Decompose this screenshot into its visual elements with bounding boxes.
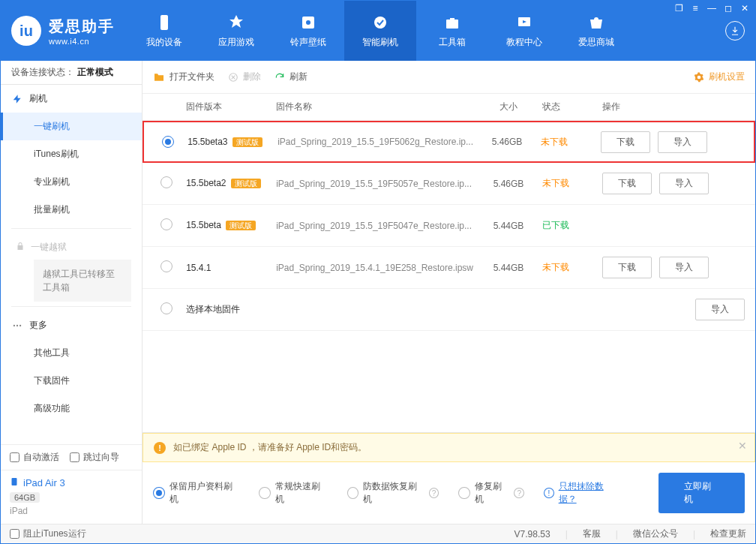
download-button[interactable]: 下载 <box>602 173 652 194</box>
help-icon[interactable]: ? <box>514 488 524 498</box>
firmware-size: 5.44GB <box>475 263 542 273</box>
firmware-row[interactable]: 15.5beta3测试版 iPad_Spring_2019_15.5_19F50… <box>142 121 755 163</box>
lock-icon <box>16 242 25 253</box>
content: 打开文件夹 删除 刷新 刷机设置 固件版本 固件名称 大小 状态 操作 <box>142 61 755 524</box>
erase-hint[interactable]: !只想抹除数据？ <box>544 480 620 506</box>
device-name: iPad Air 3 <box>23 477 65 488</box>
skip-guide-checkbox[interactable]: 跳过向导 <box>70 451 119 464</box>
nav-device[interactable]: 我的设备 <box>128 1 200 61</box>
nav-label: 工具箱 <box>439 36 466 49</box>
firmware-row[interactable]: 15.5beta2测试版 iPad_Spring_2019_15.5_19F50… <box>142 163 755 205</box>
info-icon: ! <box>544 488 554 498</box>
flash-option-keepdata[interactable]: 保留用户资料刷机 <box>153 480 239 506</box>
firmware-name: iPad_Spring_2019_15.5_19F5047e_Restore.i… <box>276 221 475 231</box>
nav-apps[interactable]: 应用游戏 <box>200 1 272 61</box>
sidebar-item[interactable]: 高级功能 <box>1 395 142 422</box>
sidebar-group-more[interactable]: 更多 <box>1 311 142 339</box>
auto-activate-checkbox[interactable]: 自动激活 <box>10 451 59 464</box>
sidebar-item[interactable]: 批量刷机 <box>1 196 142 224</box>
nav-store[interactable]: 爱思商城 <box>560 1 632 61</box>
flash-option-repair[interactable]: 修复刷机? <box>458 480 524 506</box>
status-link-support[interactable]: 客服 <box>583 527 601 540</box>
sidebar-group-label: 刷机 <box>29 92 47 105</box>
import-button[interactable]: 导入 <box>659 257 709 278</box>
wc-menu-icon[interactable]: ≡ <box>690 3 700 14</box>
radio[interactable] <box>160 218 172 230</box>
radio[interactable] <box>160 176 172 188</box>
table-header: 固件版本 固件名称 大小 状态 操作 <box>142 94 755 121</box>
svg-rect-3 <box>446 20 458 29</box>
import-button[interactable]: 导入 <box>659 173 709 194</box>
sidebar-item[interactable]: 专业刷机 <box>1 168 142 196</box>
flash-settings-button[interactable]: 刷机设置 <box>694 71 745 83</box>
radio[interactable] <box>162 136 174 148</box>
firmware-status: 未下载 <box>541 136 601 149</box>
alert-close-icon[interactable]: ✕ <box>738 440 747 452</box>
sidebar-item[interactable]: 其他工具 <box>1 339 142 367</box>
nav-tools[interactable]: 工具箱 <box>416 1 488 61</box>
delete-button[interactable]: 删除 <box>228 71 261 83</box>
local-firmware-row[interactable]: 选择本地固件 导入 <box>142 289 755 331</box>
flash-option-normal[interactable]: 常规快速刷机 <box>259 480 328 506</box>
wc-skin-icon[interactable]: ❐ <box>674 3 684 14</box>
wc-max-icon[interactable]: ◻ <box>723 3 734 14</box>
open-folder-button[interactable]: 打开文件夹 <box>153 71 214 83</box>
sidebar-group-label: 更多 <box>29 319 47 332</box>
app-title: 爱思助手 <box>49 17 115 37</box>
radio[interactable] <box>160 302 172 314</box>
refresh-button[interactable]: 刷新 <box>274 71 308 83</box>
nav-ring[interactable]: 铃声壁纸 <box>272 1 344 61</box>
firmware-row[interactable]: 15.5beta测试版 iPad_Spring_2019_15.5_19F504… <box>142 205 755 247</box>
firmware-version: 15.5beta2测试版 <box>186 178 276 189</box>
option-label: 防数据恢复刷机 <box>363 480 424 506</box>
radio[interactable] <box>153 487 165 499</box>
connection-status: 设备连接状态： 正常模式 <box>1 61 142 85</box>
more-icon <box>11 320 23 332</box>
logo-area: iu 爱思助手 www.i4.cn <box>1 1 128 61</box>
nav-label: 教程中心 <box>506 36 542 49</box>
status-link-wechat[interactable]: 微信公众号 <box>633 527 678 540</box>
svg-point-6 <box>16 324 18 326</box>
sidebar-item[interactable]: iTunes刷机 <box>1 140 142 168</box>
nav-flash[interactable]: 智能刷机 <box>344 1 416 61</box>
option-label: 常规快速刷机 <box>275 480 328 506</box>
download-button[interactable]: 下载 <box>601 131 650 153</box>
block-itunes-checkbox[interactable]: 阻止iTunes运行 <box>10 527 86 540</box>
device-icon <box>10 476 19 489</box>
firmware-row[interactable]: 15.4.1 iPad_Spring_2019_15.4.1_19E258_Re… <box>142 247 755 289</box>
store-icon <box>587 14 605 32</box>
local-firmware-label: 选择本地固件 <box>186 303 602 316</box>
nav-label: 智能刷机 <box>362 36 398 49</box>
app-url: www.i4.cn <box>49 37 115 46</box>
status-link-update[interactable]: 检查更新 <box>710 527 746 540</box>
flash-now-button[interactable]: 立即刷机 <box>658 473 745 513</box>
radio[interactable] <box>259 487 271 499</box>
sidebar-group-flash[interactable]: 刷机 <box>1 85 142 113</box>
svg-rect-0 <box>160 15 168 30</box>
download-button[interactable]: 下载 <box>602 257 652 278</box>
sidebar-item[interactable]: 下载固件 <box>1 367 142 395</box>
import-button[interactable]: 导入 <box>658 131 707 153</box>
nav-tutorial[interactable]: 教程中心 <box>488 1 560 61</box>
option-label: 修复刷机 <box>475 480 509 506</box>
app-header: iu 爱思助手 www.i4.cn 我的设备应用游戏铃声壁纸智能刷机工具箱教程中… <box>1 1 755 61</box>
wc-min-icon[interactable]: — <box>706 3 717 14</box>
jailbreak-note: 越狱工具已转移至工具箱 <box>34 260 131 302</box>
device-info[interactable]: iPad Air 3 64GB iPad <box>1 470 142 524</box>
nav-label: 爱思商城 <box>578 36 614 49</box>
flash-options: 保留用户资料刷机常规快速刷机防数据恢复刷机?修复刷机?!只想抹除数据？立即刷机 <box>142 462 755 524</box>
help-icon[interactable]: ? <box>429 488 440 498</box>
wc-close-icon[interactable]: ✕ <box>740 3 750 14</box>
firmware-name: iPad_Spring_2019_15.5_19F5057e_Restore.i… <box>276 179 475 189</box>
beta-tag: 测试版 <box>226 221 256 230</box>
radio[interactable] <box>347 487 359 499</box>
download-manager-icon[interactable] <box>725 21 745 41</box>
import-button[interactable]: 导入 <box>695 299 745 320</box>
flash-option-antidata[interactable]: 防数据恢复刷机? <box>347 480 440 506</box>
logo-icon: iu <box>11 16 41 46</box>
sidebar-item[interactable]: 一键刷机 <box>1 113 142 140</box>
apps-icon <box>227 14 245 32</box>
radio[interactable] <box>458 487 470 499</box>
erase-link[interactable]: 只想抹除数据？ <box>559 480 620 506</box>
radio[interactable] <box>160 260 172 272</box>
